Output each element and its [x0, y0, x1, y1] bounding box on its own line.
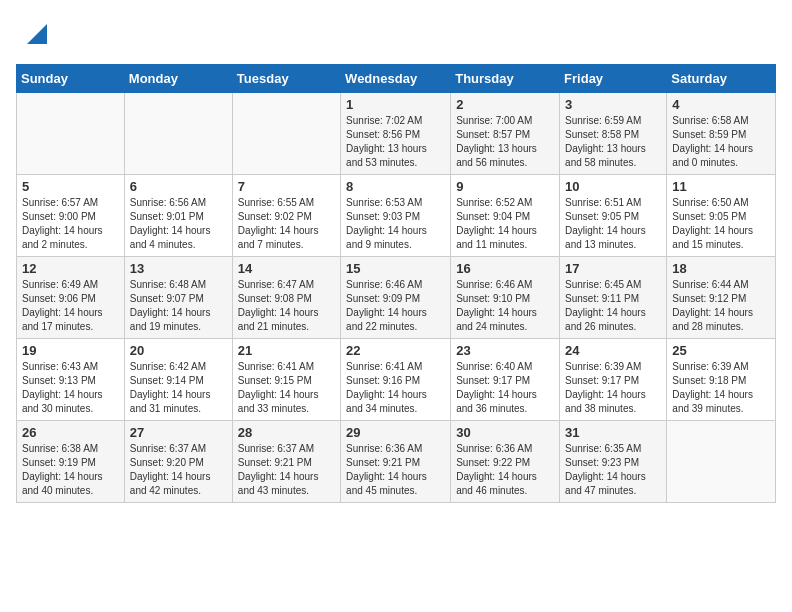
day-info: Sunrise: 6:38 AMSunset: 9:19 PMDaylight:…	[22, 442, 119, 498]
calendar-empty-cell	[232, 93, 340, 175]
calendar-week-row: 19Sunrise: 6:43 AMSunset: 9:13 PMDayligh…	[17, 339, 776, 421]
weekday-header-wednesday: Wednesday	[341, 65, 451, 93]
day-info: Sunrise: 6:35 AMSunset: 9:23 PMDaylight:…	[565, 442, 661, 498]
calendar-day-18: 18Sunrise: 6:44 AMSunset: 9:12 PMDayligh…	[667, 257, 776, 339]
calendar-day-1: 1Sunrise: 7:02 AMSunset: 8:56 PMDaylight…	[341, 93, 451, 175]
day-info: Sunrise: 7:00 AMSunset: 8:57 PMDaylight:…	[456, 114, 554, 170]
day-number: 22	[346, 343, 445, 358]
day-number: 21	[238, 343, 335, 358]
day-info: Sunrise: 6:45 AMSunset: 9:11 PMDaylight:…	[565, 278, 661, 334]
calendar-day-21: 21Sunrise: 6:41 AMSunset: 9:15 PMDayligh…	[232, 339, 340, 421]
calendar-day-19: 19Sunrise: 6:43 AMSunset: 9:13 PMDayligh…	[17, 339, 125, 421]
calendar-day-28: 28Sunrise: 6:37 AMSunset: 9:21 PMDayligh…	[232, 421, 340, 503]
calendar-day-12: 12Sunrise: 6:49 AMSunset: 9:06 PMDayligh…	[17, 257, 125, 339]
calendar-empty-cell	[124, 93, 232, 175]
day-info: Sunrise: 6:39 AMSunset: 9:18 PMDaylight:…	[672, 360, 770, 416]
day-number: 2	[456, 97, 554, 112]
day-number: 3	[565, 97, 661, 112]
calendar-day-16: 16Sunrise: 6:46 AMSunset: 9:10 PMDayligh…	[451, 257, 560, 339]
page-header	[16, 16, 776, 52]
calendar-day-31: 31Sunrise: 6:35 AMSunset: 9:23 PMDayligh…	[560, 421, 667, 503]
day-number: 28	[238, 425, 335, 440]
day-number: 14	[238, 261, 335, 276]
calendar-day-8: 8Sunrise: 6:53 AMSunset: 9:03 PMDaylight…	[341, 175, 451, 257]
calendar-table: SundayMondayTuesdayWednesdayThursdayFrid…	[16, 64, 776, 503]
day-info: Sunrise: 6:53 AMSunset: 9:03 PMDaylight:…	[346, 196, 445, 252]
calendar-day-2: 2Sunrise: 7:00 AMSunset: 8:57 PMDaylight…	[451, 93, 560, 175]
calendar-day-9: 9Sunrise: 6:52 AMSunset: 9:04 PMDaylight…	[451, 175, 560, 257]
day-number: 10	[565, 179, 661, 194]
calendar-day-13: 13Sunrise: 6:48 AMSunset: 9:07 PMDayligh…	[124, 257, 232, 339]
day-info: Sunrise: 6:51 AMSunset: 9:05 PMDaylight:…	[565, 196, 661, 252]
day-number: 8	[346, 179, 445, 194]
day-info: Sunrise: 6:43 AMSunset: 9:13 PMDaylight:…	[22, 360, 119, 416]
day-number: 12	[22, 261, 119, 276]
calendar-week-row: 5Sunrise: 6:57 AMSunset: 9:00 PMDaylight…	[17, 175, 776, 257]
weekday-header-monday: Monday	[124, 65, 232, 93]
day-number: 23	[456, 343, 554, 358]
day-number: 30	[456, 425, 554, 440]
day-number: 17	[565, 261, 661, 276]
calendar-day-20: 20Sunrise: 6:42 AMSunset: 9:14 PMDayligh…	[124, 339, 232, 421]
calendar-week-row: 1Sunrise: 7:02 AMSunset: 8:56 PMDaylight…	[17, 93, 776, 175]
day-info: Sunrise: 6:36 AMSunset: 9:21 PMDaylight:…	[346, 442, 445, 498]
day-info: Sunrise: 6:56 AMSunset: 9:01 PMDaylight:…	[130, 196, 227, 252]
day-info: Sunrise: 6:58 AMSunset: 8:59 PMDaylight:…	[672, 114, 770, 170]
day-number: 18	[672, 261, 770, 276]
day-number: 25	[672, 343, 770, 358]
day-number: 26	[22, 425, 119, 440]
day-number: 29	[346, 425, 445, 440]
day-number: 19	[22, 343, 119, 358]
day-number: 27	[130, 425, 227, 440]
calendar-day-14: 14Sunrise: 6:47 AMSunset: 9:08 PMDayligh…	[232, 257, 340, 339]
day-info: Sunrise: 6:42 AMSunset: 9:14 PMDaylight:…	[130, 360, 227, 416]
day-number: 24	[565, 343, 661, 358]
day-info: Sunrise: 6:46 AMSunset: 9:09 PMDaylight:…	[346, 278, 445, 334]
day-info: Sunrise: 6:48 AMSunset: 9:07 PMDaylight:…	[130, 278, 227, 334]
day-number: 15	[346, 261, 445, 276]
calendar-empty-cell	[17, 93, 125, 175]
calendar-empty-cell	[667, 421, 776, 503]
calendar-day-11: 11Sunrise: 6:50 AMSunset: 9:05 PMDayligh…	[667, 175, 776, 257]
day-info: Sunrise: 6:49 AMSunset: 9:06 PMDaylight:…	[22, 278, 119, 334]
calendar-day-30: 30Sunrise: 6:36 AMSunset: 9:22 PMDayligh…	[451, 421, 560, 503]
weekday-header-row: SundayMondayTuesdayWednesdayThursdayFrid…	[17, 65, 776, 93]
logo	[16, 16, 51, 52]
calendar-day-5: 5Sunrise: 6:57 AMSunset: 9:00 PMDaylight…	[17, 175, 125, 257]
day-info: Sunrise: 6:41 AMSunset: 9:15 PMDaylight:…	[238, 360, 335, 416]
day-info: Sunrise: 6:47 AMSunset: 9:08 PMDaylight:…	[238, 278, 335, 334]
day-info: Sunrise: 6:44 AMSunset: 9:12 PMDaylight:…	[672, 278, 770, 334]
day-number: 11	[672, 179, 770, 194]
weekday-header-tuesday: Tuesday	[232, 65, 340, 93]
day-number: 31	[565, 425, 661, 440]
weekday-header-thursday: Thursday	[451, 65, 560, 93]
weekday-header-saturday: Saturday	[667, 65, 776, 93]
day-info: Sunrise: 6:57 AMSunset: 9:00 PMDaylight:…	[22, 196, 119, 252]
day-number: 5	[22, 179, 119, 194]
day-info: Sunrise: 6:52 AMSunset: 9:04 PMDaylight:…	[456, 196, 554, 252]
day-number: 1	[346, 97, 445, 112]
calendar-day-10: 10Sunrise: 6:51 AMSunset: 9:05 PMDayligh…	[560, 175, 667, 257]
day-number: 16	[456, 261, 554, 276]
calendar-day-22: 22Sunrise: 6:41 AMSunset: 9:16 PMDayligh…	[341, 339, 451, 421]
calendar-day-26: 26Sunrise: 6:38 AMSunset: 9:19 PMDayligh…	[17, 421, 125, 503]
day-number: 6	[130, 179, 227, 194]
day-info: Sunrise: 6:40 AMSunset: 9:17 PMDaylight:…	[456, 360, 554, 416]
day-number: 7	[238, 179, 335, 194]
calendar-day-15: 15Sunrise: 6:46 AMSunset: 9:09 PMDayligh…	[341, 257, 451, 339]
calendar-day-7: 7Sunrise: 6:55 AMSunset: 9:02 PMDaylight…	[232, 175, 340, 257]
calendar-day-3: 3Sunrise: 6:59 AMSunset: 8:58 PMDaylight…	[560, 93, 667, 175]
day-info: Sunrise: 6:37 AMSunset: 9:20 PMDaylight:…	[130, 442, 227, 498]
day-info: Sunrise: 6:37 AMSunset: 9:21 PMDaylight:…	[238, 442, 335, 498]
day-number: 13	[130, 261, 227, 276]
day-info: Sunrise: 6:50 AMSunset: 9:05 PMDaylight:…	[672, 196, 770, 252]
calendar-week-row: 26Sunrise: 6:38 AMSunset: 9:19 PMDayligh…	[17, 421, 776, 503]
logo-icon	[19, 16, 51, 48]
day-info: Sunrise: 6:39 AMSunset: 9:17 PMDaylight:…	[565, 360, 661, 416]
calendar-day-29: 29Sunrise: 6:36 AMSunset: 9:21 PMDayligh…	[341, 421, 451, 503]
day-info: Sunrise: 6:59 AMSunset: 8:58 PMDaylight:…	[565, 114, 661, 170]
weekday-header-friday: Friday	[560, 65, 667, 93]
calendar-day-4: 4Sunrise: 6:58 AMSunset: 8:59 PMDaylight…	[667, 93, 776, 175]
calendar-day-23: 23Sunrise: 6:40 AMSunset: 9:17 PMDayligh…	[451, 339, 560, 421]
weekday-header-sunday: Sunday	[17, 65, 125, 93]
